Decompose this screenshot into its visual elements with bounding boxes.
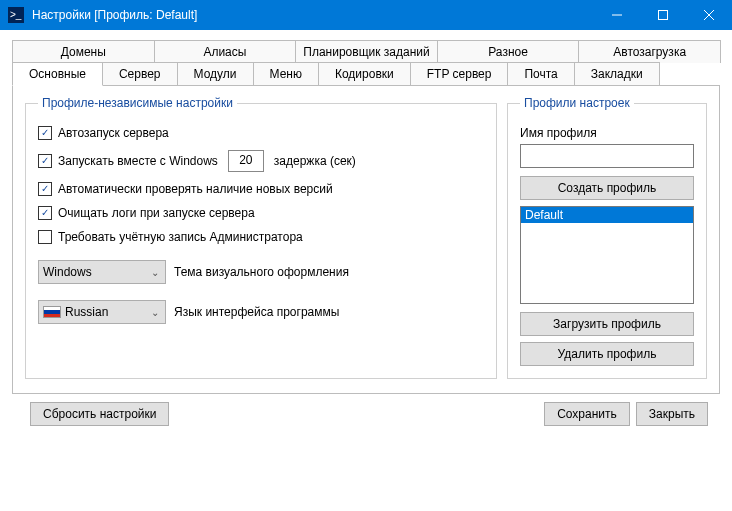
checkbox-with-windows[interactable]: ✓: [38, 154, 52, 168]
tab-misc[interactable]: Разное: [437, 40, 580, 63]
profile-name-label: Имя профиля: [520, 126, 694, 140]
maximize-button[interactable]: [640, 0, 686, 30]
label-with-windows: Запускать вместе с Windows: [58, 154, 218, 168]
tab-ftp[interactable]: FTP сервер: [410, 62, 509, 85]
label-require-admin: Требовать учётную запись Администратора: [58, 230, 303, 244]
label-autostart: Автозапуск сервера: [58, 126, 169, 140]
close-button[interactable]: [686, 0, 732, 30]
tab-server[interactable]: Сервер: [102, 62, 178, 85]
tab-modules[interactable]: Модули: [177, 62, 254, 85]
tab-row-top: Домены Алиасы Планировщик заданий Разное…: [12, 40, 720, 63]
tab-row-bottom: Основные Сервер Модули Меню Кодировки FT…: [12, 62, 720, 86]
delete-profile-label: Удалить профиль: [558, 347, 657, 361]
label-delay: задержка (сек): [274, 154, 356, 168]
checkbox-autostart[interactable]: ✓: [38, 126, 52, 140]
tab-scheduler[interactable]: Планировщик заданий: [295, 40, 438, 63]
profile-independent-group: Профиле-независимые настройки ✓ Автозапу…: [25, 96, 497, 379]
profiles-listbox[interactable]: Default: [520, 206, 694, 304]
close-label: Закрыть: [649, 407, 695, 421]
profiles-group: Профили настроек Имя профиля Создать про…: [507, 96, 707, 379]
tab-domains[interactable]: Домены: [12, 40, 155, 63]
spacer: [169, 402, 538, 426]
delete-profile-button[interactable]: Удалить профиль: [520, 342, 694, 366]
bottom-bar: Сбросить настройки Сохранить Закрыть: [12, 394, 720, 426]
language-value: Russian: [65, 305, 108, 319]
profile-item-default[interactable]: Default: [521, 207, 693, 223]
profile-name-input[interactable]: [520, 144, 694, 168]
row-autostart: ✓ Автозапуск сервера: [38, 126, 484, 140]
profiles-legend: Профили настроек: [520, 96, 634, 110]
checkbox-check-updates[interactable]: ✓: [38, 182, 52, 196]
load-profile-label: Загрузить профиль: [553, 317, 661, 331]
label-check-updates: Автоматически проверять наличие новых ве…: [58, 182, 333, 196]
save-label: Сохранить: [557, 407, 617, 421]
language-select[interactable]: Russian ⌄: [38, 300, 166, 324]
checkbox-clear-logs[interactable]: ✓: [38, 206, 52, 220]
app-icon: >_: [8, 7, 24, 23]
chevron-down-icon: ⌄: [151, 307, 159, 318]
create-profile-button[interactable]: Создать профиль: [520, 176, 694, 200]
reset-label: Сбросить настройки: [43, 407, 156, 421]
window-controls: [594, 0, 732, 30]
language-label: Язык интерфейса программы: [174, 305, 339, 319]
row-require-admin: ✓ Требовать учётную запись Администратор…: [38, 230, 484, 244]
save-button[interactable]: Сохранить: [544, 402, 630, 426]
window-title: Настройки [Профиль: Default]: [32, 8, 197, 22]
window-body: Домены Алиасы Планировщик заданий Разное…: [0, 30, 732, 438]
tab-aliases[interactable]: Алиасы: [154, 40, 297, 63]
load-profile-button[interactable]: Загрузить профиль: [520, 312, 694, 336]
theme-label: Тема визуального оформления: [174, 265, 349, 279]
close-dialog-button[interactable]: Закрыть: [636, 402, 708, 426]
row-language: Russian ⌄ Язык интерфейса программы: [38, 300, 484, 324]
checkbox-require-admin[interactable]: ✓: [38, 230, 52, 244]
reset-settings-button[interactable]: Сбросить настройки: [30, 402, 169, 426]
row-with-windows: ✓ Запускать вместе с Windows 20 задержка…: [38, 150, 484, 172]
chevron-down-icon: ⌄: [151, 267, 159, 278]
theme-select[interactable]: Windows ⌄: [38, 260, 166, 284]
tab-autoload[interactable]: Автозагрузка: [578, 40, 721, 63]
create-profile-label: Создать профиль: [558, 181, 657, 195]
label-clear-logs: Очищать логи при запуске сервера: [58, 206, 255, 220]
tab-encodings[interactable]: Кодировки: [318, 62, 411, 85]
svg-rect-1: [659, 11, 668, 20]
row-theme: Windows ⌄ Тема визуального оформления: [38, 260, 484, 284]
delay-input[interactable]: 20: [228, 150, 264, 172]
row-check-updates: ✓ Автоматически проверять наличие новых …: [38, 182, 484, 196]
tab-menu[interactable]: Меню: [253, 62, 319, 85]
tab-bookmarks[interactable]: Закладки: [574, 62, 660, 85]
theme-value: Windows: [43, 265, 92, 279]
tab-main[interactable]: Основные: [12, 62, 103, 86]
tab-mail[interactable]: Почта: [507, 62, 574, 85]
row-clear-logs: ✓ Очищать логи при запуске сервера: [38, 206, 484, 220]
flag-russia-icon: [43, 306, 61, 318]
profile-independent-legend: Профиле-независимые настройки: [38, 96, 237, 110]
minimize-button[interactable]: [594, 0, 640, 30]
prompt-glyph: >_: [10, 10, 21, 20]
titlebar: >_ Настройки [Профиль: Default]: [0, 0, 732, 30]
main-tab-content: Профиле-независимые настройки ✓ Автозапу…: [12, 86, 720, 394]
